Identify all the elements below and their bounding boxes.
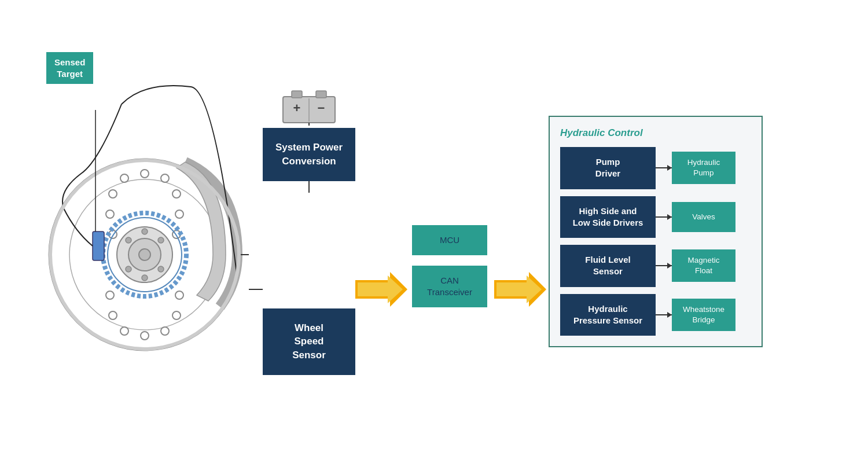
right-flow-section: MCU CAN Transceiver Hydraulic Control Pu…: [355, 35, 763, 428]
svg-point-29: [126, 237, 131, 243]
svg-point-17: [120, 327, 128, 335]
wheatstone-bridge-box: WheatstoneBridge: [672, 299, 735, 331]
brake-to-sensor-line: [249, 289, 263, 290]
hydraulic-pressure-sensor-box: HydraulicPressure Sensor: [560, 294, 656, 336]
svg-point-2: [141, 170, 149, 178]
svg-point-31: [142, 229, 148, 234]
hydraulic-pump-box: HydraulicPump: [672, 152, 735, 184]
hydraulic-control-title: Hydraulic Control: [560, 127, 751, 139]
arrow-1-icon: [355, 272, 407, 307]
svg-point-13: [141, 332, 149, 340]
svg-point-30: [126, 266, 131, 272]
wheel-speed-section: Wheel Speed Sensor: [263, 274, 355, 375]
svg-point-19: [106, 291, 114, 299]
pump-driver-row: PumpDriver HydraulicPump: [560, 147, 751, 189]
svg-point-32: [142, 275, 148, 281]
hydraulic-control-container: Hydraulic Control PumpDriver HydraulicPu…: [549, 116, 763, 347]
first-arrow-container: [355, 35, 407, 428]
hydraulic-pressure-connector: [656, 314, 672, 315]
fluid-level-row: Fluid LevelSensor MagneticFloat: [560, 245, 751, 287]
svg-point-14: [161, 327, 169, 335]
power-section: + − System Power Conversion: [263, 88, 355, 193]
svg-point-4: [172, 190, 181, 198]
valves-box: Valves: [672, 202, 735, 232]
sensed-target-label: Sensed Target: [46, 52, 93, 84]
magnetic-float-box: MagneticFloat: [672, 249, 735, 282]
high-low-side-connector: [656, 216, 672, 218]
svg-text:+: +: [293, 101, 301, 115]
svg-rect-25: [93, 232, 104, 260]
brake-assembly-svg: [29, 35, 249, 428]
fluid-level-connector: [656, 265, 672, 266]
high-low-side-row: High Side andLow Side Drivers Valves: [560, 196, 751, 238]
mcu-can-column: MCU CAN Transceiver: [412, 225, 487, 308]
wheel-speed-box: Wheel Speed Sensor: [263, 308, 355, 375]
diagram-container: Sensed Target: [12, 12, 856, 451]
power-down-line: [308, 181, 310, 193]
left-connector-area: [249, 35, 263, 428]
fluid-level-sensor-box: Fluid LevelSensor: [560, 245, 656, 287]
battery-icon: + −: [280, 88, 338, 126]
mcu-box: MCU: [412, 225, 487, 255]
center-column: + − System Power Conversion Wheel Speed …: [263, 35, 355, 428]
svg-point-28: [158, 266, 164, 272]
arrow-2-icon: [494, 272, 546, 307]
hydraulic-pressure-row: HydraulicPressure Sensor WheatstoneBridg…: [560, 294, 751, 336]
svg-point-10: [106, 210, 114, 218]
svg-point-3: [161, 174, 169, 182]
second-arrow-container: [494, 35, 546, 428]
svg-point-22: [139, 249, 150, 260]
pump-driver-box: PumpDriver: [560, 147, 656, 189]
svg-point-15: [172, 311, 181, 319]
svg-point-5: [175, 210, 183, 218]
svg-rect-37: [316, 91, 326, 98]
full-layout: Sensed Target: [29, 23, 839, 440]
svg-point-18: [109, 311, 117, 319]
brake-assembly: Sensed Target: [29, 35, 249, 428]
can-transceiver-box: CAN Transceiver: [412, 266, 487, 308]
svg-point-16: [175, 291, 183, 299]
svg-point-8: [120, 174, 128, 182]
svg-point-27: [158, 237, 164, 243]
svg-point-9: [109, 190, 117, 198]
svg-text:−: −: [318, 101, 325, 115]
high-low-side-box: High Side andLow Side Drivers: [560, 196, 656, 238]
svg-rect-36: [292, 91, 302, 98]
pump-driver-connector: [656, 167, 672, 168]
power-conversion-box: System Power Conversion: [263, 128, 355, 181]
